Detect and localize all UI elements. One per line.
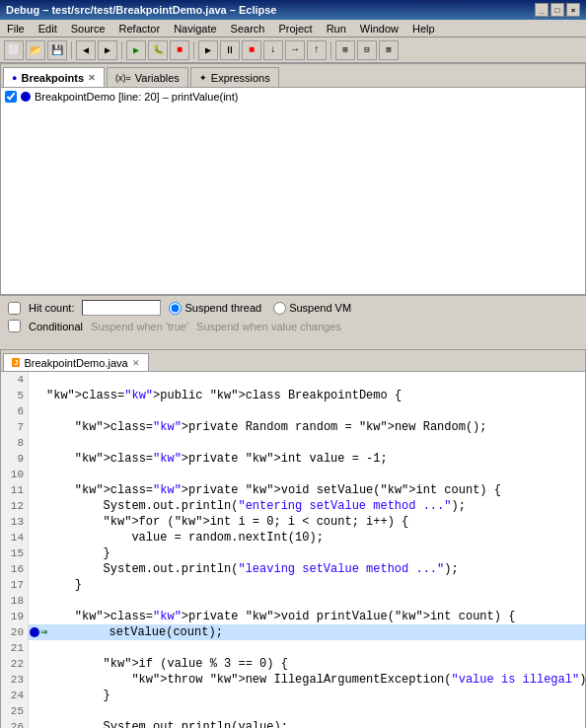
editor-tab-breakpointdemo[interactable]: J BreakpointDemo.java ✕	[3, 353, 149, 371]
code-line-26: 26 System.out.println(value);	[1, 719, 585, 728]
breakpoints-tab[interactable]: ● Breakpoints ✕	[3, 67, 105, 87]
code-line-19: 19 "kw">class="kw">private "kw">void pri…	[1, 609, 585, 624]
step-into-button[interactable]: ↓	[263, 40, 283, 60]
line-number: 24	[1, 688, 29, 703]
code-line-24: 24 }	[1, 688, 585, 703]
breakpoints-tab-close[interactable]: ✕	[88, 73, 96, 83]
variables-tab[interactable]: (x)= Variables	[107, 67, 188, 87]
line-content: "kw">if (value % 3 == 0) {	[42, 656, 585, 672]
line-content: "kw">class="kw">private "kw">int value =…	[42, 451, 585, 467]
line-content	[42, 372, 585, 388]
open-perspective-button[interactable]: ⊟	[357, 40, 377, 60]
breakpoints-icon: ●	[12, 73, 17, 83]
run-button[interactable]: ▶	[126, 40, 146, 60]
line-content: "kw">class="kw">private "kw">void setVal…	[42, 482, 585, 498]
code-line-9: 9 "kw">class="kw">private "kw">int value…	[1, 451, 585, 467]
line-number: 7	[1, 419, 29, 435]
editor-tab-bar: J BreakpointDemo.java ✕	[1, 350, 585, 372]
line-number: 22	[1, 656, 29, 672]
editor-tab-close[interactable]: ✕	[132, 358, 140, 368]
menu-navigate[interactable]: Navigate	[171, 23, 219, 35]
code-line-8: 8	[1, 435, 585, 451]
suspend-thread-radio[interactable]	[169, 302, 182, 315]
close-button[interactable]: ×	[566, 3, 580, 17]
code-line-18: 18	[1, 593, 585, 609]
menu-edit[interactable]: Edit	[36, 23, 60, 35]
line-content: "kw">for ("kw">int i = 0; i < count; i++…	[42, 514, 585, 530]
line-number: 17	[1, 577, 29, 593]
minimize-button[interactable]: _	[535, 3, 549, 17]
step-over-button[interactable]: →	[285, 40, 305, 60]
open-button[interactable]: 📂	[26, 40, 45, 60]
menu-run[interactable]: Run	[324, 23, 349, 35]
expressions-tab-label: Expressions	[211, 72, 270, 84]
line-content: System.out.println("leaving setValue met…	[42, 561, 585, 577]
sep3	[193, 41, 194, 59]
bp-marker-col	[29, 467, 42, 482]
line-number: 13	[1, 514, 29, 530]
suspend-thread-label[interactable]: Suspend thread	[169, 302, 261, 315]
line-content	[42, 467, 585, 482]
code-line-17: 17 }	[1, 577, 585, 593]
line-number: 16	[1, 561, 29, 577]
suspend-vm-radio[interactable]	[273, 302, 286, 315]
menu-project[interactable]: Project	[275, 23, 315, 35]
line-content: System.out.println(value);	[42, 719, 585, 728]
bp-marker-col	[29, 435, 42, 451]
view-button[interactable]: ⊠	[379, 40, 399, 60]
breakpoint-item[interactable]: BreakpointDemo [line: 20] – printValue(i…	[3, 90, 583, 104]
menu-file[interactable]: File	[4, 23, 28, 35]
hit-count-input[interactable]	[82, 300, 161, 316]
breakpoint-checkbox[interactable]	[5, 91, 17, 103]
conditional-text: Conditional	[29, 321, 83, 332]
bp-marker-col	[29, 514, 42, 530]
save-button[interactable]: 💾	[47, 40, 67, 60]
suspend-button[interactable]: ⏸	[220, 40, 240, 60]
back-button[interactable]: ◀	[76, 40, 96, 60]
menu-help[interactable]: Help	[409, 23, 438, 35]
window-controls: _ □ ×	[535, 3, 580, 17]
variables-icon: (x)=	[115, 73, 131, 83]
line-number: 9	[1, 451, 29, 467]
perspective-button[interactable]: ⊞	[335, 40, 355, 60]
forward-button[interactable]: ▶	[98, 40, 117, 60]
step-return-button[interactable]: ↑	[307, 40, 327, 60]
code-line-20: 20⇒ setValue(count);	[1, 624, 585, 640]
sep4	[330, 41, 331, 59]
expressions-tab[interactable]: ✦ Expressions	[190, 67, 279, 87]
bp-marker-col	[29, 419, 42, 435]
code-line-23: 23 "kw">throw "kw">new IllegalArgumentEx…	[1, 672, 585, 688]
bp-marker-col	[29, 388, 42, 403]
hit-count-checkbox[interactable]	[8, 302, 21, 315]
top-panel: ● Breakpoints ✕ (x)= Variables ✦ Express…	[0, 63, 586, 295]
debug-button[interactable]: 🐛	[148, 40, 168, 60]
code-area[interactable]: 4 5"kw">class="kw">public "kw">class Bre…	[1, 372, 585, 728]
menu-refactor[interactable]: Refactor	[116, 23, 164, 35]
current-line-arrow-icon: ⇒	[40, 624, 47, 640]
code-line-5: 5"kw">class="kw">public "kw">class Break…	[1, 388, 585, 403]
code-line-21: 21	[1, 640, 585, 656]
hit-count-label: Hit count:	[29, 302, 74, 314]
menu-search[interactable]: Search	[228, 23, 268, 35]
code-line-7: 7 "kw">class="kw">private Random random …	[1, 419, 585, 435]
line-content: }	[42, 577, 585, 593]
title-bar: Debug – test/src/test/BreakpointDemo.jav…	[0, 0, 586, 20]
menu-source[interactable]: Source	[68, 23, 109, 35]
conditional-checkbox[interactable]	[8, 320, 21, 332]
suspend-vm-label[interactable]: Suspend VM	[273, 302, 351, 315]
line-number: 25	[1, 703, 29, 719]
terminate-button[interactable]: ■	[242, 40, 261, 60]
line-content: "kw">class="kw">public "kw">class Breakp…	[42, 388, 585, 403]
line-content	[42, 703, 585, 719]
line-number: 15	[1, 546, 29, 561]
editor-panel: J BreakpointDemo.java ✕ 4 5"kw">class="k…	[0, 349, 586, 728]
maximize-button[interactable]: □	[550, 3, 564, 17]
stop-button[interactable]: ■	[170, 40, 189, 60]
new-button[interactable]: ⬜	[4, 40, 24, 60]
sep1	[71, 41, 72, 59]
breakpoints-tab-label: Breakpoints	[21, 72, 84, 84]
menu-window[interactable]: Window	[357, 23, 402, 35]
resume-button[interactable]: ▶	[198, 40, 218, 60]
line-content: }	[42, 546, 585, 561]
code-line-15: 15 }	[1, 546, 585, 561]
